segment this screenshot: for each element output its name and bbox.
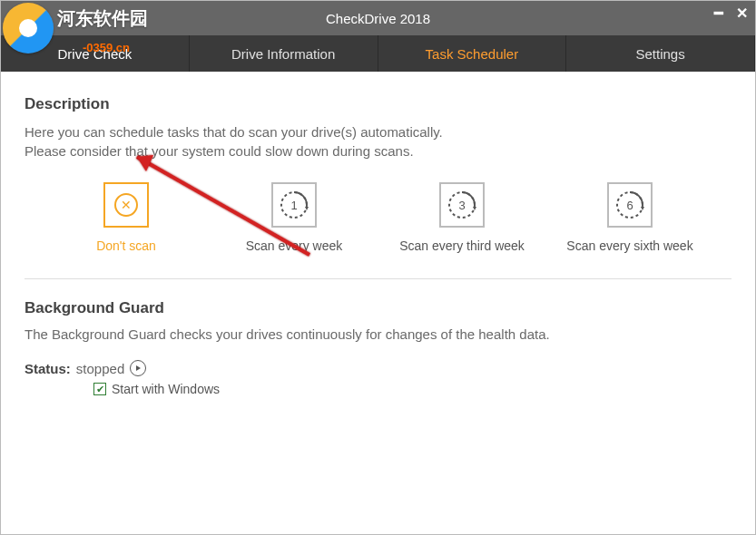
option-every-sixth-week[interactable]: 6 Scan every sixth week	[557, 182, 702, 253]
play-icon[interactable]	[130, 360, 146, 376]
branding-name: 河东软件园	[57, 6, 148, 31]
tab-task-scheduler[interactable]: Task Scheduler	[378, 35, 567, 72]
background-guard-desc: The Background Guard checks your drives …	[25, 326, 731, 342]
option-dont-scan[interactable]: ✕ Don't scan	[54, 182, 199, 253]
description-line2: Please consider that your system could s…	[25, 143, 414, 159]
description-text: Here you can schedule tasks that do scan…	[25, 122, 731, 160]
close-icon[interactable]: ✕	[736, 5, 748, 22]
option-label-dont-scan: Don't scan	[96, 238, 156, 253]
svg-marker-7	[641, 207, 644, 210]
option-box-dont-scan: ✕	[103, 182, 149, 228]
option-label-every-third-week: Scan every third week	[399, 238, 525, 253]
option-box-every-sixth-week: 6	[607, 182, 653, 228]
status-row: Status: stopped	[25, 360, 731, 376]
start-with-windows-row[interactable]: ✔ Start with Windows	[93, 382, 731, 396]
status-value: stopped	[76, 361, 124, 376]
description-title: Description	[25, 95, 731, 113]
cycle-6-icon: 6	[614, 189, 646, 221]
tab-settings[interactable]: Settings	[566, 35, 755, 72]
app-logo	[1, 1, 55, 55]
main-content: Description Here you can schedule tasks …	[1, 72, 755, 396]
svg-text:1: 1	[290, 199, 297, 212]
svg-marker-4	[473, 207, 476, 210]
scan-options: ✕ Don't scan 1 Scan every week 3 Scan ev…	[25, 182, 731, 279]
option-label-every-sixth-week: Scan every sixth week	[566, 238, 692, 253]
status-label: Status:	[25, 361, 71, 376]
option-every-third-week[interactable]: 3 Scan every third week	[389, 182, 535, 253]
checkbox-icon: ✔	[93, 383, 106, 395]
svg-text:3: 3	[458, 199, 465, 212]
option-box-every-third-week: 3	[439, 182, 485, 228]
background-guard-title: Background Guard	[25, 299, 731, 317]
option-label-every-week: Scan every week	[246, 238, 343, 253]
minimize-icon[interactable]: ━	[714, 5, 723, 22]
option-every-week[interactable]: 1 Scan every week	[221, 182, 367, 253]
description-line1: Here you can schedule tasks that do scan…	[25, 124, 443, 140]
window-title: CheckDrive 2018	[326, 11, 430, 26]
svg-text:6: 6	[626, 199, 633, 212]
cycle-3-icon: 3	[446, 189, 478, 221]
background-guard-section: Background Guard The Background Guard ch…	[25, 279, 731, 396]
tab-drive-information[interactable]: Drive Information	[190, 35, 378, 72]
x-circle-icon: ✕	[114, 193, 138, 217]
title-bar: 河东软件园 -0359.cn CheckDrive 2018 ━ ✕	[1, 1, 755, 35]
svg-marker-1	[305, 207, 309, 210]
cycle-1-icon: 1	[278, 189, 310, 221]
option-box-every-week: 1	[271, 182, 317, 228]
start-with-windows-label: Start with Windows	[112, 382, 220, 396]
branding-url: -0359.cn	[83, 41, 130, 54]
